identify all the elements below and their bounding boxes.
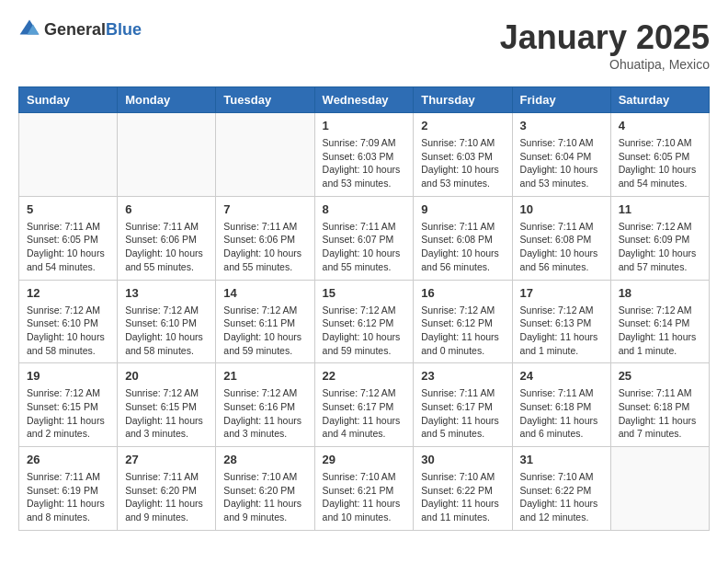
day-info: Sunrise: 7:12 AM Sunset: 6:14 PM Dayligh… bbox=[619, 304, 701, 358]
day-info: Sunrise: 7:11 AM Sunset: 6:06 PM Dayligh… bbox=[223, 220, 306, 274]
calendar-cell: 25Sunrise: 7:11 AM Sunset: 6:18 PM Dayli… bbox=[610, 363, 709, 447]
calendar-cell: 1Sunrise: 7:09 AM Sunset: 6:03 PM Daylig… bbox=[314, 113, 414, 197]
day-number: 13 bbox=[125, 286, 208, 300]
day-info: Sunrise: 7:10 AM Sunset: 6:04 PM Dayligh… bbox=[520, 136, 603, 190]
calendar-cell bbox=[216, 113, 314, 197]
day-number: 11 bbox=[619, 202, 701, 216]
day-info: Sunrise: 7:10 AM Sunset: 6:03 PM Dayligh… bbox=[421, 136, 504, 190]
day-number: 2 bbox=[421, 119, 504, 132]
day-info: Sunrise: 7:10 AM Sunset: 6:22 PM Dayligh… bbox=[421, 470, 504, 524]
calendar-cell: 12Sunrise: 7:12 AM Sunset: 6:10 PM Dayli… bbox=[19, 280, 118, 363]
day-number: 14 bbox=[223, 286, 306, 300]
day-info: Sunrise: 7:12 AM Sunset: 6:12 PM Dayligh… bbox=[323, 304, 406, 358]
day-info: Sunrise: 7:12 AM Sunset: 6:10 PM Dayligh… bbox=[125, 304, 208, 358]
calendar-table: SundayMondayTuesdayWednesdayThursdayFrid… bbox=[18, 86, 710, 531]
day-header-monday: Monday bbox=[118, 87, 216, 113]
logo-text-blue: Blue bbox=[106, 20, 142, 39]
day-info: Sunrise: 7:11 AM Sunset: 6:20 PM Dayligh… bbox=[125, 470, 208, 524]
calendar-cell: 10Sunrise: 7:11 AM Sunset: 6:08 PM Dayli… bbox=[512, 196, 610, 280]
week-row-3: 12Sunrise: 7:12 AM Sunset: 6:10 PM Dayli… bbox=[19, 280, 710, 363]
calendar-cell: 22Sunrise: 7:12 AM Sunset: 6:17 PM Dayli… bbox=[314, 363, 414, 447]
day-number: 17 bbox=[520, 286, 603, 300]
location: Ohuatipa, Mexico bbox=[500, 57, 710, 72]
day-info: Sunrise: 7:10 AM Sunset: 6:05 PM Dayligh… bbox=[619, 136, 701, 190]
day-header-friday: Friday bbox=[512, 87, 610, 113]
day-number: 23 bbox=[421, 369, 504, 383]
day-header-saturday: Saturday bbox=[610, 87, 709, 113]
calendar-cell: 9Sunrise: 7:11 AM Sunset: 6:08 PM Daylig… bbox=[414, 196, 512, 280]
logo-icon bbox=[18, 18, 40, 40]
day-number: 8 bbox=[323, 202, 406, 216]
calendar-cell: 14Sunrise: 7:12 AM Sunset: 6:11 PM Dayli… bbox=[216, 280, 314, 363]
day-info: Sunrise: 7:11 AM Sunset: 6:08 PM Dayligh… bbox=[421, 220, 504, 274]
calendar-cell: 29Sunrise: 7:10 AM Sunset: 6:21 PM Dayli… bbox=[314, 447, 414, 531]
day-number: 21 bbox=[223, 369, 306, 383]
day-header-tuesday: Tuesday bbox=[216, 87, 314, 113]
day-headers-row: SundayMondayTuesdayWednesdayThursdayFrid… bbox=[19, 87, 710, 113]
week-row-1: 1Sunrise: 7:09 AM Sunset: 6:03 PM Daylig… bbox=[19, 113, 710, 197]
calendar-cell: 16Sunrise: 7:12 AM Sunset: 6:12 PM Dayli… bbox=[414, 280, 512, 363]
calendar-cell: 21Sunrise: 7:12 AM Sunset: 6:16 PM Dayli… bbox=[216, 363, 314, 447]
day-number: 1 bbox=[323, 119, 406, 132]
day-number: 4 bbox=[619, 119, 701, 132]
calendar-cell: 11Sunrise: 7:12 AM Sunset: 6:09 PM Dayli… bbox=[610, 196, 709, 280]
calendar-cell: 27Sunrise: 7:11 AM Sunset: 6:20 PM Dayli… bbox=[118, 447, 216, 531]
calendar-cell: 24Sunrise: 7:11 AM Sunset: 6:18 PM Dayli… bbox=[512, 363, 610, 447]
day-number: 31 bbox=[520, 453, 603, 466]
day-info: Sunrise: 7:10 AM Sunset: 6:22 PM Dayligh… bbox=[520, 470, 603, 524]
calendar-cell: 2Sunrise: 7:10 AM Sunset: 6:03 PM Daylig… bbox=[414, 113, 512, 197]
day-number: 28 bbox=[223, 453, 306, 466]
calendar-cell: 5Sunrise: 7:11 AM Sunset: 6:05 PM Daylig… bbox=[19, 196, 118, 280]
day-info: Sunrise: 7:11 AM Sunset: 6:05 PM Dayligh… bbox=[27, 220, 109, 274]
day-number: 22 bbox=[323, 369, 406, 383]
title-block: January 2025 Ohuatipa, Mexico bbox=[500, 18, 710, 72]
calendar-cell: 20Sunrise: 7:12 AM Sunset: 6:15 PM Dayli… bbox=[118, 363, 216, 447]
day-info: Sunrise: 7:09 AM Sunset: 6:03 PM Dayligh… bbox=[323, 136, 406, 190]
day-number: 27 bbox=[125, 453, 208, 466]
week-row-5: 26Sunrise: 7:11 AM Sunset: 6:19 PM Dayli… bbox=[19, 447, 710, 531]
day-info: Sunrise: 7:11 AM Sunset: 6:07 PM Dayligh… bbox=[323, 220, 406, 274]
calendar-cell bbox=[610, 447, 709, 531]
day-info: Sunrise: 7:11 AM Sunset: 6:08 PM Dayligh… bbox=[520, 220, 603, 274]
calendar-cell: 28Sunrise: 7:10 AM Sunset: 6:20 PM Dayli… bbox=[216, 447, 314, 531]
month-title: January 2025 bbox=[500, 18, 710, 57]
day-number: 3 bbox=[520, 119, 603, 132]
day-info: Sunrise: 7:11 AM Sunset: 6:17 PM Dayligh… bbox=[421, 386, 504, 441]
calendar-cell: 15Sunrise: 7:12 AM Sunset: 6:12 PM Dayli… bbox=[314, 280, 414, 363]
calendar-cell: 3Sunrise: 7:10 AM Sunset: 6:04 PM Daylig… bbox=[512, 113, 610, 197]
day-number: 20 bbox=[125, 369, 208, 383]
day-header-thursday: Thursday bbox=[414, 87, 512, 113]
day-number: 19 bbox=[27, 369, 109, 383]
day-info: Sunrise: 7:12 AM Sunset: 6:13 PM Dayligh… bbox=[520, 304, 603, 358]
calendar-cell: 4Sunrise: 7:10 AM Sunset: 6:05 PM Daylig… bbox=[610, 113, 709, 197]
calendar-cell bbox=[19, 113, 118, 197]
day-number: 30 bbox=[421, 453, 504, 466]
day-number: 29 bbox=[323, 453, 406, 466]
calendar-cell: 26Sunrise: 7:11 AM Sunset: 6:19 PM Dayli… bbox=[19, 447, 118, 531]
calendar-cell: 6Sunrise: 7:11 AM Sunset: 6:06 PM Daylig… bbox=[118, 196, 216, 280]
day-info: Sunrise: 7:11 AM Sunset: 6:06 PM Dayligh… bbox=[125, 220, 208, 274]
week-row-2: 5Sunrise: 7:11 AM Sunset: 6:05 PM Daylig… bbox=[19, 196, 710, 280]
calendar-cell bbox=[118, 113, 216, 197]
day-number: 16 bbox=[421, 286, 504, 300]
day-info: Sunrise: 7:12 AM Sunset: 6:12 PM Dayligh… bbox=[421, 304, 504, 358]
calendar-cell: 19Sunrise: 7:12 AM Sunset: 6:15 PM Dayli… bbox=[19, 363, 118, 447]
day-info: Sunrise: 7:10 AM Sunset: 6:20 PM Dayligh… bbox=[223, 470, 306, 524]
day-number: 15 bbox=[323, 286, 406, 300]
day-number: 24 bbox=[520, 369, 603, 383]
day-number: 7 bbox=[223, 202, 306, 216]
day-info: Sunrise: 7:11 AM Sunset: 6:18 PM Dayligh… bbox=[619, 386, 701, 441]
calendar-cell: 18Sunrise: 7:12 AM Sunset: 6:14 PM Dayli… bbox=[610, 280, 709, 363]
day-info: Sunrise: 7:11 AM Sunset: 6:18 PM Dayligh… bbox=[520, 386, 603, 441]
calendar-cell: 23Sunrise: 7:11 AM Sunset: 6:17 PM Dayli… bbox=[414, 363, 512, 447]
day-info: Sunrise: 7:12 AM Sunset: 6:16 PM Dayligh… bbox=[223, 386, 306, 441]
calendar-cell: 7Sunrise: 7:11 AM Sunset: 6:06 PM Daylig… bbox=[216, 196, 314, 280]
week-row-4: 19Sunrise: 7:12 AM Sunset: 6:15 PM Dayli… bbox=[19, 363, 710, 447]
calendar-cell: 31Sunrise: 7:10 AM Sunset: 6:22 PM Dayli… bbox=[512, 447, 610, 531]
day-number: 12 bbox=[27, 286, 109, 300]
day-info: Sunrise: 7:12 AM Sunset: 6:10 PM Dayligh… bbox=[27, 304, 109, 358]
day-info: Sunrise: 7:12 AM Sunset: 6:11 PM Dayligh… bbox=[223, 304, 306, 358]
calendar-cell: 17Sunrise: 7:12 AM Sunset: 6:13 PM Dayli… bbox=[512, 280, 610, 363]
calendar-cell: 30Sunrise: 7:10 AM Sunset: 6:22 PM Dayli… bbox=[414, 447, 512, 531]
day-number: 26 bbox=[27, 453, 109, 466]
